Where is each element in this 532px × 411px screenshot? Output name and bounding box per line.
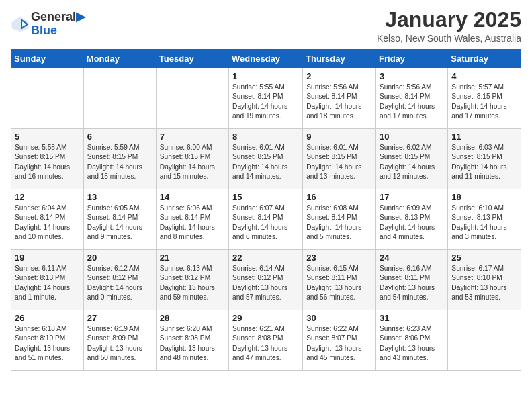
calendar-cell: 18Sunrise: 6:10 AM Sunset: 8:13 PM Dayli… [448, 189, 521, 250]
header-wednesday: Wednesday [229, 50, 303, 68]
day-info: Sunrise: 6:15 AM Sunset: 8:11 PM Dayligh… [306, 264, 372, 302]
day-info: Sunrise: 6:06 AM Sunset: 8:14 PM Dayligh… [160, 203, 225, 242]
day-number: 28 [160, 313, 225, 323]
day-info: Sunrise: 6:08 AM Sunset: 8:14 PM Dayligh… [306, 203, 372, 242]
day-info: Sunrise: 6:18 AM Sunset: 8:10 PM Dayligh… [15, 324, 80, 363]
calendar-cell: 16Sunrise: 6:08 AM Sunset: 8:14 PM Dayli… [303, 189, 376, 250]
calendar-cell: 20Sunrise: 6:12 AM Sunset: 8:12 PM Dayli… [83, 250, 156, 310]
day-number: 11 [451, 132, 517, 142]
header-friday: Friday [376, 50, 448, 68]
day-info: Sunrise: 6:23 AM Sunset: 8:06 PM Dayligh… [380, 324, 444, 363]
header-monday: Monday [83, 50, 156, 68]
day-info: Sunrise: 6:05 AM Sunset: 8:14 PM Dayligh… [87, 203, 152, 242]
calendar-week-row: 26Sunrise: 6:18 AM Sunset: 8:10 PM Dayli… [11, 310, 521, 371]
day-number: 15 [232, 192, 299, 202]
day-info: Sunrise: 6:13 AM Sunset: 8:12 PM Dayligh… [160, 264, 225, 302]
calendar-week-row: 12Sunrise: 6:04 AM Sunset: 8:14 PM Dayli… [11, 189, 521, 250]
calendar-cell: 3Sunrise: 5:56 AM Sunset: 8:14 PM Daylig… [376, 68, 448, 129]
calendar-cell: 24Sunrise: 6:16 AM Sunset: 8:11 PM Dayli… [376, 250, 448, 310]
logo: General▶ Blue [11, 11, 85, 38]
calendar-cell: 8Sunrise: 6:01 AM Sunset: 8:15 PM Daylig… [229, 129, 303, 189]
day-info: Sunrise: 6:03 AM Sunset: 8:15 PM Dayligh… [451, 143, 517, 181]
day-info: Sunrise: 6:12 AM Sunset: 8:12 PM Dayligh… [87, 264, 152, 302]
day-info: Sunrise: 5:58 AM Sunset: 8:15 PM Dayligh… [15, 143, 80, 181]
day-info: Sunrise: 6:17 AM Sunset: 8:10 PM Dayligh… [451, 264, 517, 302]
calendar-cell: 26Sunrise: 6:18 AM Sunset: 8:10 PM Dayli… [11, 310, 84, 371]
calendar-cell: 30Sunrise: 6:22 AM Sunset: 8:07 PM Dayli… [303, 310, 376, 371]
calendar-cell: 23Sunrise: 6:15 AM Sunset: 8:11 PM Dayli… [303, 250, 376, 310]
day-info: Sunrise: 6:11 AM Sunset: 8:13 PM Dayligh… [15, 264, 80, 302]
calendar-table: Sunday Monday Tuesday Wednesday Thursday… [11, 49, 521, 371]
day-number: 14 [160, 192, 225, 202]
logo-text: General▶ Blue [31, 11, 85, 38]
day-number: 19 [15, 253, 80, 263]
day-info: Sunrise: 5:55 AM Sunset: 8:14 PM Dayligh… [232, 83, 299, 121]
day-number: 21 [160, 253, 225, 263]
calendar-cell: 12Sunrise: 6:04 AM Sunset: 8:14 PM Dayli… [11, 189, 84, 250]
day-number: 27 [87, 313, 152, 323]
header-sunday: Sunday [11, 50, 84, 68]
day-info: Sunrise: 6:00 AM Sunset: 8:15 PM Dayligh… [160, 143, 225, 181]
day-info: Sunrise: 5:59 AM Sunset: 8:15 PM Dayligh… [87, 143, 152, 181]
day-info: Sunrise: 6:09 AM Sunset: 8:13 PM Dayligh… [380, 203, 444, 242]
day-number: 2 [306, 71, 372, 81]
day-number: 3 [380, 71, 444, 81]
day-info: Sunrise: 5:56 AM Sunset: 8:14 PM Dayligh… [380, 83, 444, 121]
calendar-cell: 14Sunrise: 6:06 AM Sunset: 8:14 PM Dayli… [156, 189, 228, 250]
calendar-cell [448, 310, 521, 371]
calendar-cell: 22Sunrise: 6:14 AM Sunset: 8:12 PM Dayli… [229, 250, 303, 310]
day-number: 16 [306, 192, 372, 202]
day-info: Sunrise: 6:07 AM Sunset: 8:14 PM Dayligh… [232, 203, 299, 242]
calendar-cell: 31Sunrise: 6:23 AM Sunset: 8:06 PM Dayli… [376, 310, 448, 371]
calendar-cell: 11Sunrise: 6:03 AM Sunset: 8:15 PM Dayli… [448, 129, 521, 189]
day-number: 8 [232, 132, 299, 142]
calendar-cell [156, 68, 228, 129]
day-info: Sunrise: 6:02 AM Sunset: 8:15 PM Dayligh… [380, 143, 444, 181]
day-info: Sunrise: 5:56 AM Sunset: 8:14 PM Dayligh… [306, 83, 372, 121]
day-info: Sunrise: 6:21 AM Sunset: 8:08 PM Dayligh… [232, 324, 299, 363]
calendar-cell [11, 68, 84, 129]
calendar-cell: 13Sunrise: 6:05 AM Sunset: 8:14 PM Dayli… [83, 189, 156, 250]
day-info: Sunrise: 6:20 AM Sunset: 8:08 PM Dayligh… [160, 324, 225, 363]
day-info: Sunrise: 6:19 AM Sunset: 8:09 PM Dayligh… [87, 324, 152, 363]
day-info: Sunrise: 6:01 AM Sunset: 8:15 PM Dayligh… [306, 143, 372, 181]
day-info: Sunrise: 6:14 AM Sunset: 8:12 PM Dayligh… [232, 264, 299, 302]
calendar-cell: 21Sunrise: 6:13 AM Sunset: 8:12 PM Dayli… [156, 250, 228, 310]
calendar-cell: 5Sunrise: 5:58 AM Sunset: 8:15 PM Daylig… [11, 129, 84, 189]
day-number: 13 [87, 192, 152, 202]
day-number: 10 [380, 132, 444, 142]
title-block: January 2025 Kelso, New South Wales, Aus… [377, 8, 521, 44]
day-info: Sunrise: 6:16 AM Sunset: 8:11 PM Dayligh… [380, 264, 444, 302]
calendar-cell: 4Sunrise: 5:57 AM Sunset: 8:15 PM Daylig… [448, 68, 521, 129]
calendar-cell [83, 68, 156, 129]
day-number: 7 [160, 132, 225, 142]
calendar-cell: 28Sunrise: 6:20 AM Sunset: 8:08 PM Dayli… [156, 310, 228, 371]
calendar-cell: 17Sunrise: 6:09 AM Sunset: 8:13 PM Dayli… [376, 189, 448, 250]
day-number: 20 [87, 253, 152, 263]
day-info: Sunrise: 6:10 AM Sunset: 8:13 PM Dayligh… [451, 203, 517, 242]
day-number: 17 [380, 192, 444, 202]
header-thursday: Thursday [303, 50, 376, 68]
weekday-header-row: Sunday Monday Tuesday Wednesday Thursday… [11, 50, 521, 68]
day-number: 1 [232, 71, 299, 81]
day-info: Sunrise: 5:57 AM Sunset: 8:15 PM Dayligh… [451, 83, 517, 121]
header-saturday: Saturday [448, 50, 521, 68]
day-number: 26 [15, 313, 80, 323]
location: Kelso, New South Wales, Australia [377, 33, 521, 44]
header-tuesday: Tuesday [156, 50, 228, 68]
day-info: Sunrise: 6:01 AM Sunset: 8:15 PM Dayligh… [232, 143, 299, 181]
header: General▶ Blue January 2025 Kelso, New So… [11, 8, 521, 44]
day-number: 25 [451, 253, 517, 263]
calendar-cell: 7Sunrise: 6:00 AM Sunset: 8:15 PM Daylig… [156, 129, 228, 189]
day-number: 30 [306, 313, 372, 323]
calendar-cell: 25Sunrise: 6:17 AM Sunset: 8:10 PM Dayli… [448, 250, 521, 310]
calendar-cell: 27Sunrise: 6:19 AM Sunset: 8:09 PM Dayli… [83, 310, 156, 371]
day-number: 5 [15, 132, 80, 142]
calendar-cell: 6Sunrise: 5:59 AM Sunset: 8:15 PM Daylig… [83, 129, 156, 189]
calendar-week-row: 1Sunrise: 5:55 AM Sunset: 8:14 PM Daylig… [11, 68, 521, 129]
day-number: 12 [15, 192, 80, 202]
calendar-cell: 29Sunrise: 6:21 AM Sunset: 8:08 PM Dayli… [229, 310, 303, 371]
day-number: 24 [380, 253, 444, 263]
calendar-cell: 10Sunrise: 6:02 AM Sunset: 8:15 PM Dayli… [376, 129, 448, 189]
calendar-week-row: 5Sunrise: 5:58 AM Sunset: 8:15 PM Daylig… [11, 129, 521, 189]
